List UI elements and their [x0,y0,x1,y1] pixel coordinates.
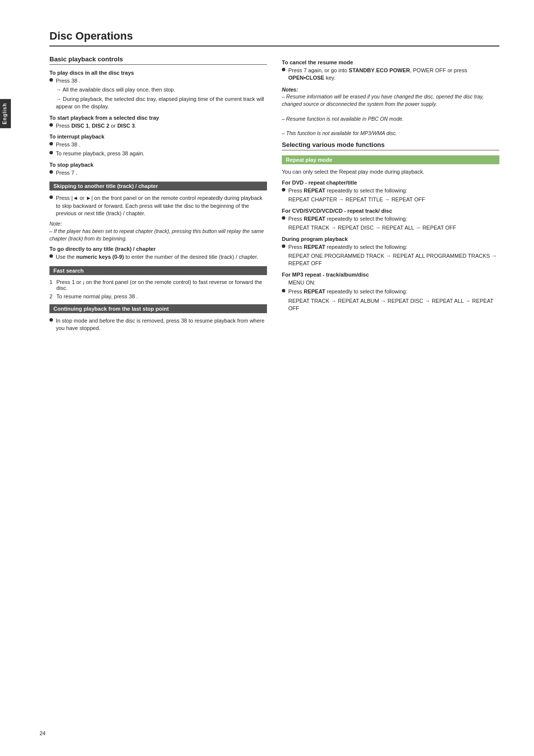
mp3-repeat-heading: For MP3 repeat - track/album/disc [282,272,499,278]
bullet-icon [49,78,53,82]
go-direct-heading: To go directly to any title (track) / ch… [49,246,267,252]
bullet-icon [282,289,285,292]
cvd-repeat-body: Press REPEAT repeatedly to select the fo… [282,215,499,223]
play-all-arrow2: → During playback, the selected disc tra… [56,95,267,111]
interrupt-step2: To resume playback, press 38 again. [49,150,267,157]
fast-search-step1: 1 Press 1 or ¡ on the front panel (or on… [49,279,267,291]
cvd-repeat-sequence: REPEAT TRACK → REPEAT DISC → REPEAT ALL … [288,224,499,232]
program-sequence: REPEAT ONE PROGRAMMED TRACK → REPEAT ALL… [288,252,499,268]
repeat-intro: You can only select the Repeat play mode… [282,168,499,176]
program-playback-heading: During program playback [282,236,499,242]
play-all-heading: To play discs in all the disc trays [49,70,267,76]
start-disc-heading: To start playback from a selected disc t… [49,115,267,121]
right-column: To cancel the resume mode Press 7 again,… [282,55,499,334]
stop-step1: Press 7 . [49,169,267,177]
continuing-box-body: In stop mode and before the disc is remo… [49,317,267,332]
play-all-step1: Press 38 . [49,77,267,85]
play-all-arrow1: → All the available discs will play once… [56,86,267,94]
skip-note: Note: – If the player has been set to re… [49,220,267,242]
bullet-icon [282,216,285,220]
bullet-icon [49,123,53,127]
stop-heading: To stop playback [49,162,267,168]
bullet-icon [49,254,53,258]
program-playback-body: Press REPEAT repeatedly to select the fo… [282,243,499,251]
bullet-icon [49,142,53,145]
start-disc-step1: Press DISC 1, DISC 2 or DISC 3. [49,122,267,130]
left-column: Basic playback controls To play discs in… [49,55,267,334]
notes-section: Notes: – Resume information will be eras… [282,86,499,137]
cancel-resume-heading: To cancel the resume mode [282,59,499,65]
go-direct-body: Use the numeric keys (0-9) to enter the … [49,253,267,261]
selecting-modes-heading: Selecting various mode functions [282,141,499,150]
bullet-icon [49,195,53,199]
mp3-menu: MENU ON: [288,279,499,286]
bullet-icon [49,151,53,154]
bullet-icon [49,318,53,322]
mp3-sequence: REPEAT TRACK → REPEAT ALBUM → REPEAT DIS… [288,297,499,313]
sidebar-english-tab: English [0,99,11,128]
two-column-layout: Basic playback controls To play discs in… [49,55,499,334]
repeat-box-heading: Repeat play mode [282,155,499,164]
page: English Disc Operations Basic playback c… [0,0,534,756]
interrupt-step1: Press 38 . [49,141,267,148]
fast-search-step2: 2 To resume normal play, press 38 . [49,293,267,299]
bullet-icon [282,68,285,71]
mp3-repeat-body: Press REPEAT repeatedly to select the fo… [282,288,499,295]
bullet-icon [49,170,53,174]
page-title: Disc Operations [49,30,499,47]
skip-box-heading: Skipping to another title (track) / chap… [49,182,267,190]
dvd-repeat-body: Press REPEAT repeatedly to select the fo… [282,187,499,194]
bullet-icon [282,188,285,191]
skip-box-body: Press |◄ or ►| on the front panel or on … [49,194,267,217]
cancel-resume-step1: Press 7 again, or go into STANDBY.ECO PO… [282,67,499,82]
fast-search-heading: Fast search [49,266,267,275]
bullet-icon [282,244,285,248]
basic-playback-heading: Basic playback controls [49,55,267,65]
dvd-repeat-sequence: REPEAT CHAPTER → REPEAT TITLE → REPEAT O… [288,196,499,203]
interrupt-heading: To interrupt playback [49,134,267,140]
continuing-box-heading: Continuing playback from the last stop p… [49,304,267,313]
page-number: 24 [40,730,45,736]
cvd-repeat-heading: For CVD/SVCD/VCD/CD - repeat track/ disc [282,208,499,214]
dvd-repeat-heading: For DVD - repeat chapter/title [282,180,499,186]
